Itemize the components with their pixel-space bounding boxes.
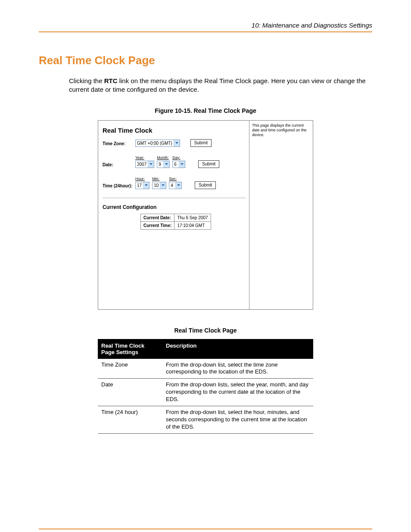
- svg-marker-1: [149, 163, 153, 165]
- svg-marker-6: [177, 184, 180, 186]
- table-row: Time (24 hour) From the drop-down list, …: [98, 406, 313, 433]
- table-row: Date From the drop-down lists, select th…: [98, 379, 313, 406]
- setting-name: Time Zone: [98, 358, 162, 379]
- svg-marker-4: [145, 184, 148, 186]
- svg-marker-0: [175, 142, 178, 144]
- time-label: Time (24hour):: [103, 184, 135, 189]
- sec-select[interactable]: 4: [169, 182, 182, 189]
- svg-marker-5: [162, 184, 165, 186]
- desc-table-caption: Real Time Clock Page: [39, 327, 372, 334]
- min-value: 10: [153, 183, 160, 188]
- chevron-down-icon: [143, 182, 149, 189]
- min-header: Min:: [152, 177, 166, 181]
- setting-name: Date: [98, 379, 162, 406]
- day-value: 6: [173, 162, 179, 167]
- chevron-down-icon: [174, 140, 180, 146]
- sec-header: Sec:: [169, 177, 182, 181]
- intro-bold: RTC: [104, 77, 118, 84]
- settings-description-table: Real Time Clock Page Settings Descriptio…: [98, 339, 313, 434]
- table-row: Time Zone From the drop-down list, selec…: [98, 358, 313, 379]
- setting-desc: From the drop-down lists, select the yea…: [162, 379, 313, 406]
- time-submit-button[interactable]: Submit: [195, 181, 216, 189]
- chevron-down-icon: [148, 161, 154, 168]
- day-select[interactable]: 6: [172, 161, 185, 168]
- day-header: Day:: [172, 156, 185, 160]
- date-label: Date:: [103, 162, 135, 168]
- date-submit-button[interactable]: Submit: [198, 160, 219, 168]
- hour-value: 17: [136, 183, 143, 188]
- table-row: Current Date: Thu 6 Sep 2007: [141, 214, 211, 221]
- svg-marker-2: [165, 163, 168, 165]
- setting-desc: From the drop-down list, select the hour…: [162, 406, 313, 433]
- date-row: Date: Year: 2007 Month: 9 Day:: [103, 156, 246, 168]
- table-row: Current Time: 17:10:04 GMT: [141, 221, 211, 229]
- current-date-value: Thu 6 Sep 2007: [174, 214, 211, 221]
- month-select[interactable]: 9: [157, 161, 170, 168]
- hour-header: Hour:: [135, 177, 149, 181]
- chevron-down-icon: [160, 182, 166, 189]
- month-header: Month:: [157, 156, 170, 160]
- col2-header: Description: [162, 339, 313, 358]
- section-header: 10: Maintenance and Diagnostics Settings: [39, 22, 372, 32]
- figure-screenshot: Real Time Clock Time Zone: GMT +0:00 (GM…: [98, 120, 313, 310]
- timezone-value: GMT +0:00 (GMT): [136, 141, 174, 146]
- current-config-title: Current Configuration: [103, 204, 246, 210]
- current-config-table: Current Date: Thu 6 Sep 2007 Current Tim…: [140, 214, 211, 230]
- help-sidebar: This page displays the current date and …: [249, 121, 313, 309]
- timezone-submit-button[interactable]: Submit: [190, 139, 212, 147]
- chevron-down-icon: [163, 161, 169, 168]
- page-title: Real Time Clock Page: [39, 54, 372, 67]
- current-time-label: Current Time:: [141, 221, 174, 229]
- footer-rule: [39, 529, 372, 529]
- year-header: Year:: [135, 156, 154, 160]
- month-value: 9: [157, 162, 163, 167]
- sec-value: 4: [169, 183, 175, 188]
- timezone-row: Time Zone: GMT +0:00 (GMT) Submit: [103, 139, 246, 147]
- divider: [103, 198, 246, 198]
- intro-paragraph: Clicking the RTC link on the menu displa…: [69, 77, 372, 94]
- intro-pre: Clicking the: [69, 77, 104, 84]
- current-time-value: 17:10:04 GMT: [174, 221, 211, 229]
- min-select[interactable]: 10: [152, 182, 166, 189]
- timezone-select[interactable]: GMT +0:00 (GMT): [135, 140, 180, 147]
- rtc-panel-title: Real Time Clock: [103, 125, 246, 139]
- figure-caption: Figure 10-15. Real Time Clock Page: [39, 107, 372, 114]
- timezone-label: Time Zone:: [103, 141, 135, 147]
- setting-name: Time (24 hour): [98, 406, 162, 433]
- year-value: 2007: [136, 162, 148, 167]
- year-select[interactable]: 2007: [135, 161, 154, 168]
- hour-select[interactable]: 17: [135, 182, 149, 189]
- current-date-label: Current Date:: [141, 214, 174, 221]
- col1-header: Real Time Clock Page Settings: [98, 339, 162, 358]
- time-row: Time (24hour): Hour: 17 Min: 10: [103, 177, 246, 189]
- chevron-down-icon: [179, 161, 185, 168]
- svg-marker-3: [181, 163, 184, 165]
- chevron-down-icon: [175, 182, 181, 189]
- setting-desc: From the drop-down list, select the time…: [162, 358, 313, 379]
